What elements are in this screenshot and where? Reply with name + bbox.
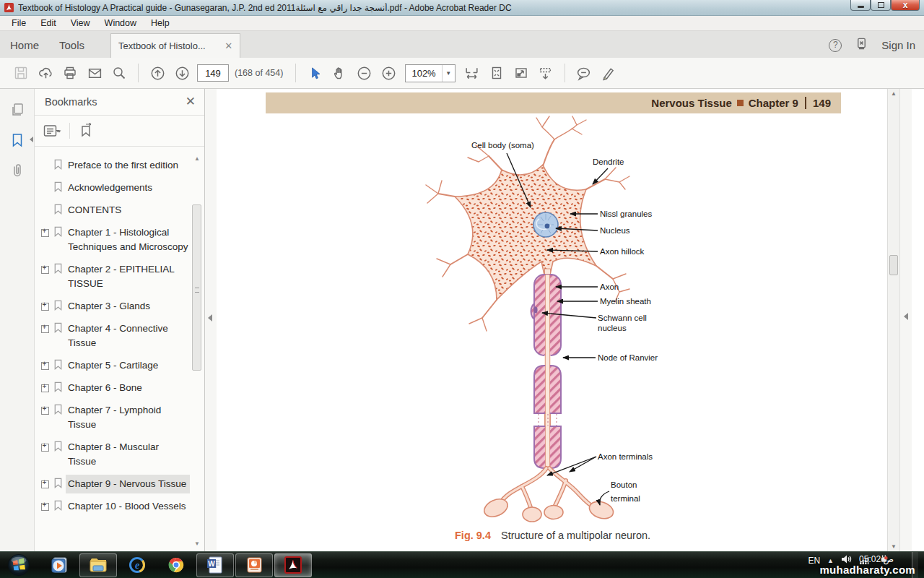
bookmark-label[interactable]: Preface to the first edition (68, 158, 189, 173)
panel-splitter[interactable] (205, 89, 217, 551)
zoom-out-button[interactable] (352, 61, 376, 85)
bookmark-item[interactable]: Acknowledgements (41, 181, 190, 195)
print-button[interactable] (58, 61, 82, 85)
bookmark-label[interactable]: CONTENTS (68, 203, 189, 217)
tab-tools[interactable]: Tools (49, 33, 95, 58)
notifications-icon[interactable] (855, 37, 868, 53)
right-rail (899, 89, 912, 551)
scroll-down-icon[interactable]: ▼ (194, 540, 200, 547)
start-button[interactable] (6, 553, 32, 577)
restore-icon (878, 2, 884, 8)
workspace: Bookmarks ✕ Preface to the first edition… (0, 89, 924, 551)
bookmark-item[interactable]: Chapter 4 - Connective Tissue (41, 322, 190, 350)
fit-page-button[interactable] (484, 61, 509, 85)
bookmark-label[interactable]: Chapter 1 - Histological Techniques and … (68, 225, 189, 254)
share-upload-button[interactable] (33, 61, 58, 85)
bookmark-item[interactable]: CONTENTS (41, 203, 190, 217)
page-number-input[interactable] (197, 64, 229, 82)
sign-in-button[interactable]: Sign In (881, 39, 915, 51)
bookmark-item[interactable]: Chapter 6 - Bone (41, 381, 190, 395)
comment-button[interactable] (572, 61, 596, 85)
minimize-button[interactable] (850, 0, 871, 11)
bookmark-item[interactable]: Chapter 5 - Cartilage (41, 358, 190, 373)
bookmarks-scroll-thumb[interactable] (192, 204, 201, 371)
tab-close-icon[interactable]: ✕ (225, 42, 232, 51)
scroll-up-icon[interactable]: ▲ (194, 155, 200, 162)
label-node: Node of Ranvier (598, 353, 658, 362)
bookmarks-close-icon[interactable]: ✕ (186, 97, 196, 107)
previous-page-button[interactable] (145, 61, 170, 85)
taskbar-powerpoint[interactable] (235, 553, 273, 577)
tab-home[interactable]: Home (0, 33, 49, 58)
bookmarks-scrollbar[interactable]: ▲ ▼ (192, 155, 202, 547)
window-titlebar[interactable]: Textbook of Histology A Practical guide … (0, 0, 924, 16)
fullscreen-button[interactable] (509, 61, 533, 85)
show-desktop-button[interactable] (912, 552, 918, 578)
clock[interactable]: 05:02 ص (859, 554, 894, 564)
select-tool-button[interactable] (302, 61, 327, 85)
bookmark-options-icon[interactable] (43, 124, 62, 138)
collapse-panel-icon[interactable] (208, 314, 212, 322)
fit-width-button[interactable] (460, 61, 484, 85)
bookmark-item[interactable]: Preface to the first edition (41, 158, 190, 173)
document-pane[interactable]: Nervous Tissue Chapter 9 149 (217, 89, 899, 551)
bookmark-flag-icon (53, 441, 64, 454)
attachments-icon[interactable] (9, 163, 25, 178)
bookmark-label[interactable]: Chapter 9 - Nervous Tissue (68, 477, 189, 491)
email-button[interactable] (82, 61, 107, 85)
taskbar-windows-explorer[interactable] (79, 553, 117, 577)
menu-edit[interactable]: Edit (33, 16, 64, 30)
menu-window[interactable]: Window (97, 16, 144, 30)
save-button[interactable] (9, 61, 33, 85)
reading-mode-button[interactable] (533, 61, 558, 85)
chevron-down-icon[interactable]: ▼ (442, 65, 455, 82)
highlight-button[interactable] (596, 61, 621, 85)
bookmark-item[interactable]: Chapter 9 - Nervous Tissue (41, 477, 190, 491)
zoom-in-button[interactable] (376, 61, 401, 85)
bookmark-label[interactable]: Chapter 6 - Bone (68, 381, 189, 395)
page-thumbnails-icon[interactable] (9, 102, 25, 118)
menu-help[interactable]: Help (144, 16, 177, 30)
bookmark-label[interactable]: Chapter 3 - Glands (68, 299, 189, 314)
menu-file[interactable]: File (4, 16, 33, 30)
help-icon[interactable]: ? (829, 39, 842, 52)
bookmark-flag-icon (53, 263, 64, 277)
language-indicator[interactable]: EN (808, 556, 820, 566)
close-button[interactable]: x (891, 0, 920, 11)
bookmark-label[interactable]: Chapter 7 - Lymphoid Tissue (68, 403, 189, 432)
bookmark-item[interactable]: Chapter 2 - EPITHELIAL TISSUE (41, 262, 190, 291)
bookmark-label[interactable]: Chapter 5 - Cartilage (68, 358, 189, 373)
bookmark-item[interactable]: Chapter 3 - Glands (41, 299, 190, 314)
bookmark-item[interactable]: Chapter 1 - Histological Techniques and … (41, 225, 190, 254)
hand-tool-button[interactable] (327, 61, 352, 85)
figure-caption-text: Structure of a multipolar neuron. (501, 530, 650, 541)
close-icon: x (903, 1, 908, 10)
bookmark-label[interactable]: Chapter 8 - Muscular Tissue (68, 440, 189, 469)
bookmark-item[interactable]: Chapter 10 - Blood Vessels (41, 499, 190, 514)
document-scrollbar[interactable]: ▲ ▼ (887, 89, 899, 551)
bookmark-label[interactable]: Acknowledgements (68, 181, 189, 195)
taskbar-windows-media-player[interactable] (40, 553, 78, 577)
taskbar-word[interactable]: W (196, 553, 234, 577)
restore-button[interactable] (871, 0, 891, 11)
zoom-level-select[interactable]: 102% ▼ (405, 64, 455, 82)
menu-view[interactable]: View (64, 16, 97, 30)
new-bookmark-icon[interactable] (77, 123, 95, 139)
tab-document[interactable]: Textbook of Histolo... ✕ (110, 33, 240, 58)
collapse-tools-pane-icon[interactable] (904, 313, 908, 320)
document-scroll-thumb[interactable] (889, 255, 898, 275)
bookmarks-panel-icon[interactable] (9, 132, 25, 148)
search-icon[interactable] (107, 61, 131, 85)
bookmark-label[interactable]: Chapter 4 - Connective Tissue (68, 322, 189, 350)
bookmark-label[interactable]: Chapter 2 - EPITHELIAL TISSUE (68, 262, 189, 291)
taskbar-chrome[interactable] (157, 553, 195, 577)
scroll-up-icon[interactable]: ▲ (891, 90, 897, 97)
tab-bar: Home Tools Textbook of Histolo... ✕ ? Si… (0, 31, 924, 58)
scroll-down-icon[interactable]: ▼ (891, 543, 897, 550)
bookmark-label[interactable]: Chapter 10 - Blood Vessels (68, 499, 189, 514)
bookmark-item[interactable]: Chapter 8 - Muscular Tissue (41, 440, 190, 469)
next-page-button[interactable] (170, 61, 194, 85)
taskbar-acrobat-reader[interactable] (274, 553, 312, 577)
taskbar-internet-explorer[interactable]: e (118, 553, 156, 577)
bookmark-item[interactable]: Chapter 7 - Lymphoid Tissue (41, 403, 190, 432)
